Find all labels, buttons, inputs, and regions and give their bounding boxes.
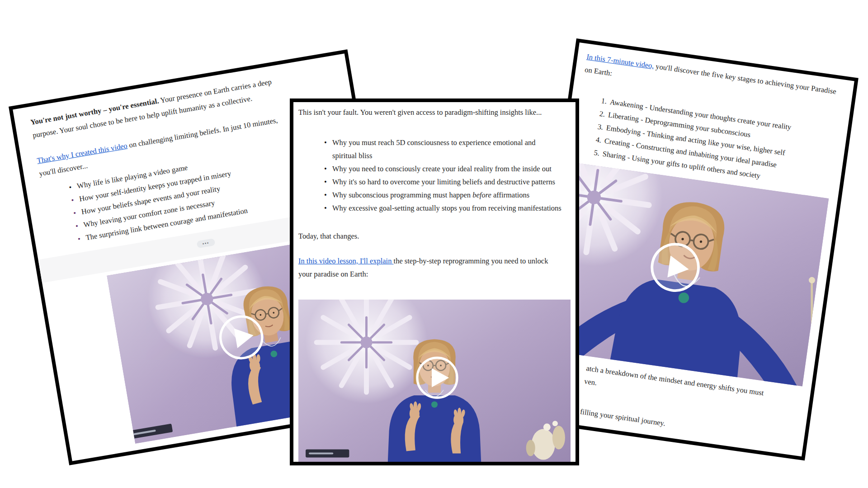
lesson-link-paragraph-line1: In this video lesson, I'll explain the s… bbox=[298, 254, 571, 267]
video-thumbnail[interactable] bbox=[298, 300, 571, 462]
play-button-icon[interactable] bbox=[417, 358, 457, 398]
list-item: Why it's so hard to overcome your limiti… bbox=[332, 175, 571, 188]
insights-bullet-list: Why you must reach 5D consciousness to e… bbox=[298, 136, 571, 215]
page-background: { "colors": { "link": "#1155cc", "text":… bbox=[0, 0, 868, 488]
list-item: Why excessive goal-setting actually stop… bbox=[332, 202, 571, 215]
list-item: Why subconscious programming must happen… bbox=[332, 188, 571, 202]
video-lesson-link[interactable]: In this video lesson, I'll explain bbox=[298, 257, 394, 265]
video-still-image bbox=[298, 300, 571, 462]
list-item: Why you must reach 5D consciousness to e… bbox=[332, 136, 571, 162]
list-item: Why you need to consciously create your … bbox=[332, 162, 571, 175]
video-thumbnail[interactable] bbox=[545, 162, 829, 386]
show-trimmed-content-button[interactable]: ••• bbox=[197, 238, 216, 248]
today-changes-paragraph: Today, that changes. bbox=[298, 230, 571, 243]
lesson-link-paragraph-line2: your paradise on Earth: bbox=[298, 267, 571, 281]
video-still-image bbox=[545, 162, 829, 386]
video-name-tag bbox=[306, 450, 349, 458]
fault-paragraph: This isn't your fault. You weren't given… bbox=[298, 106, 571, 119]
email-page-center: This isn't your fault. You weren't given… bbox=[290, 99, 579, 465]
